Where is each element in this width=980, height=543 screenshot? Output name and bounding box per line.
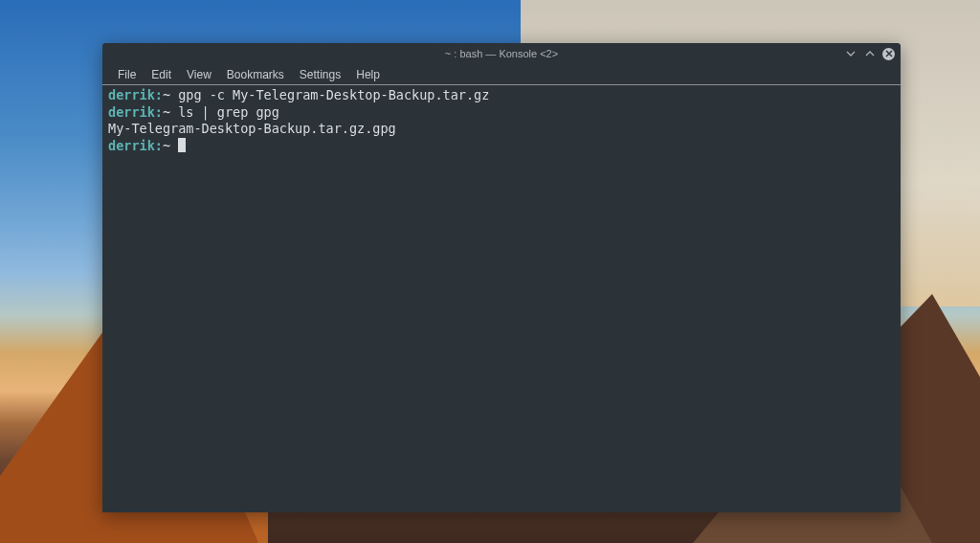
prompt-user: derrik [108,104,155,120]
menu-settings[interactable]: Settings [292,66,348,83]
prompt-path: ~ [163,104,170,120]
prompt-sep: : [155,138,163,153]
cursor [178,138,186,152]
output-text: My-Telegram-Desktop-Backup.tar.gz.gpg [108,121,396,136]
menu-file[interactable]: File [110,66,144,83]
maximize-button[interactable] [863,47,877,60]
window-title: ~ : bash — Konsole <2> [445,48,558,59]
menu-help[interactable]: Help [348,66,388,83]
prompt-sep: : [155,104,163,120]
chevron-up-icon [865,49,875,58]
chevron-down-icon [846,49,856,58]
command-text: ls | grep gpg [178,104,279,120]
menu-bookmarks[interactable]: Bookmarks [219,66,292,83]
terminal-line: derrik:~ [108,138,895,155]
command-text: gpg -c My-Telegram-Desktop-Backup.tar.gz [178,87,489,102]
menu-edit[interactable]: Edit [144,66,179,83]
window-titlebar[interactable]: ~ : bash — Konsole <2> [102,43,901,64]
minimize-button[interactable] [844,47,858,60]
prompt-user: derrik [108,138,155,153]
menubar: File Edit View Bookmarks Settings Help [102,64,901,85]
terminal-window: ~ : bash — Konsole <2> File Edit View Bo… [102,43,901,512]
prompt-path: ~ [163,138,170,153]
prompt-user: derrik [108,87,155,102]
prompt-path: ~ [163,87,170,102]
menu-view[interactable]: View [179,66,219,83]
prompt-sep: : [155,87,163,102]
close-button[interactable] [882,48,895,60]
terminal-line: My-Telegram-Desktop-Backup.tar.gz.gpg [108,121,895,138]
close-icon [885,50,893,57]
terminal-line: derrik:~ gpg -c My-Telegram-Desktop-Back… [108,87,895,104]
terminal-content[interactable]: derrik:~ gpg -c My-Telegram-Desktop-Back… [102,85,901,512]
window-controls [844,47,895,60]
terminal-line: derrik:~ ls | grep gpg [108,104,895,122]
